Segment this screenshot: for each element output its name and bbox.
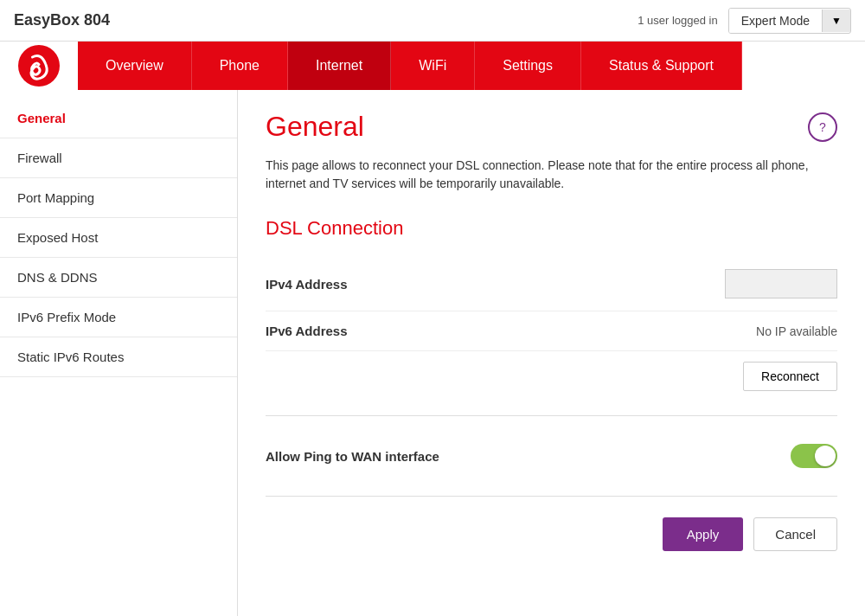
ping-label: Allow Ping to WAN interface: [266, 449, 439, 464]
toggle-track: [791, 444, 837, 468]
sidebar-item-general[interactable]: General: [0, 99, 237, 138]
ipv6-label: IPv6 Address: [266, 324, 348, 338]
user-info: 1 user logged in: [638, 14, 718, 27]
chevron-down-icon[interactable]: ▼: [822, 10, 850, 32]
nav-tab-internet[interactable]: Internet: [288, 42, 391, 90]
nav-tab-phone[interactable]: Phone: [192, 42, 288, 90]
bottom-divider: [266, 496, 837, 497]
logo: [0, 42, 78, 90]
nav-tab-settings[interactable]: Settings: [475, 42, 581, 90]
sidebar-item-ipv6-prefix-mode[interactable]: IPv6 Prefix Mode: [0, 298, 237, 337]
top-bar: OverviewPhoneInternetWiFiSettingsStatus …: [0, 42, 865, 90]
header: EasyBox 804 1 user logged in Expert Mode…: [0, 0, 865, 42]
ping-toggle[interactable]: [791, 444, 837, 468]
app-title: EasyBox 804: [14, 11, 638, 29]
ipv6-value: No IP available: [756, 324, 837, 338]
sidebar: GeneralFirewallPort MappingExposed HostD…: [0, 90, 238, 616]
reconnect-row: Reconnect: [266, 351, 837, 401]
cancel-button[interactable]: Cancel: [753, 517, 837, 551]
content-area: General ? This page allows to reconnect …: [238, 90, 865, 616]
nav-tab-status-support[interactable]: Status & Support: [581, 42, 742, 90]
ipv4-input[interactable]: [725, 269, 837, 298]
reconnect-button[interactable]: Reconnect: [743, 362, 837, 391]
sidebar-item-firewall[interactable]: Firewall: [0, 138, 237, 178]
sidebar-item-port-mapping[interactable]: Port Mapping: [0, 178, 237, 218]
mode-selector[interactable]: Expert Mode ▼: [728, 8, 851, 34]
ipv4-label: IPv4 Address: [266, 277, 348, 292]
divider: [266, 415, 837, 416]
vodafone-logo-icon: [17, 44, 61, 87]
sidebar-item-static-ipv6-routes[interactable]: Static IPv6 Routes: [0, 337, 237, 377]
toggle-knob: [815, 446, 836, 466]
main-layout: GeneralFirewallPort MappingExposed HostD…: [0, 90, 865, 616]
page-title: General: [266, 111, 364, 143]
ipv4-row: IPv4 Address: [266, 257, 837, 311]
nav-tab-overview[interactable]: Overview: [78, 42, 192, 90]
ipv6-row: IPv6 Address No IP available: [266, 311, 837, 351]
page-description: This page allows to reconnect your DSL c…: [266, 157, 837, 193]
sidebar-item-exposed-host[interactable]: Exposed Host: [0, 218, 237, 258]
help-icon[interactable]: ?: [808, 112, 837, 142]
action-buttons: Apply Cancel: [266, 517, 837, 551]
svg-point-0: [18, 45, 60, 87]
apply-button[interactable]: Apply: [663, 517, 744, 551]
ping-row: Allow Ping to WAN interface: [266, 430, 837, 482]
main-nav: OverviewPhoneInternetWiFiSettingsStatus …: [78, 42, 742, 90]
mode-label: Expert Mode: [729, 9, 822, 33]
sidebar-item-dns-ddns[interactable]: DNS & DDNS: [0, 258, 237, 298]
section-title: DSL Connection: [266, 217, 837, 240]
nav-tab-wifi[interactable]: WiFi: [391, 42, 475, 90]
page-title-row: General ?: [266, 111, 837, 143]
